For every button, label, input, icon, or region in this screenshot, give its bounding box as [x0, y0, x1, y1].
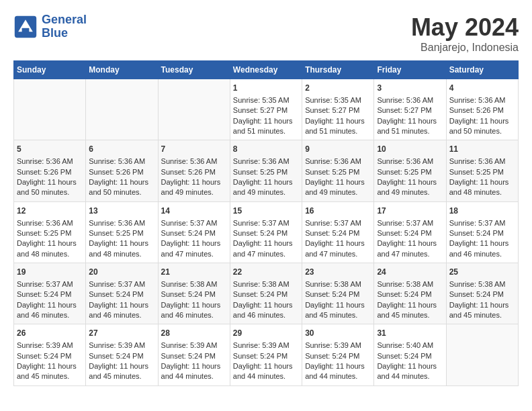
calendar-cell: 2Sunrise: 5:35 AMSunset: 5:27 PMDaylight…	[302, 79, 374, 140]
day-number: 5	[17, 144, 83, 155]
day-detail: Sunset: 5:24 PM	[305, 228, 371, 238]
day-detail: Sunrise: 5:35 AM	[233, 95, 299, 105]
calendar-cell: 8Sunrise: 5:36 AMSunset: 5:25 PMDaylight…	[230, 140, 302, 201]
day-number: 22	[233, 267, 299, 278]
day-detail: Sunrise: 5:35 AM	[305, 95, 371, 105]
day-detail: Daylight: 11 hours	[17, 300, 83, 310]
calendar-cell: 11Sunrise: 5:36 AMSunset: 5:25 PMDayligh…	[446, 140, 518, 201]
day-number: 20	[89, 267, 154, 278]
day-number: 8	[233, 144, 299, 155]
day-number: 4	[449, 83, 515, 94]
day-detail: Sunset: 5:24 PM	[161, 228, 227, 238]
day-detail: Daylight: 11 hours	[89, 238, 154, 248]
calendar-week-4: 19Sunrise: 5:37 AMSunset: 5:24 PMDayligh…	[14, 263, 519, 324]
day-detail: Sunset: 5:24 PM	[305, 289, 371, 300]
day-detail: Sunset: 5:24 PM	[377, 289, 443, 300]
day-detail: Sunrise: 5:36 AM	[233, 156, 299, 167]
day-detail: Sunrise: 5:37 AM	[305, 218, 371, 228]
day-detail: Sunset: 5:24 PM	[449, 289, 515, 300]
day-detail: Daylight: 11 hours	[161, 300, 227, 310]
day-number: 21	[161, 267, 227, 278]
day-detail: Daylight: 11 hours	[305, 116, 371, 126]
day-number: 30	[305, 328, 371, 339]
day-detail: and 46 minutes.	[89, 310, 154, 320]
day-detail: Daylight: 11 hours	[17, 177, 83, 187]
calendar-cell: 25Sunrise: 5:38 AMSunset: 5:24 PMDayligh…	[446, 263, 518, 324]
location-title: Banjarejo, Indonesia	[411, 42, 519, 54]
day-number: 6	[89, 144, 154, 155]
day-number: 2	[305, 83, 371, 94]
day-detail: Sunrise: 5:37 AM	[89, 279, 154, 289]
calendar-cell	[446, 324, 518, 385]
day-detail: Daylight: 11 hours	[449, 116, 515, 126]
day-detail: Sunrise: 5:36 AM	[17, 218, 83, 228]
calendar-cell: 5Sunrise: 5:36 AMSunset: 5:26 PMDaylight…	[14, 140, 86, 201]
day-detail: Sunrise: 5:36 AM	[17, 156, 83, 167]
day-detail: Sunset: 5:25 PM	[305, 167, 371, 177]
day-number: 3	[377, 83, 443, 94]
day-detail: Sunrise: 5:36 AM	[161, 156, 227, 167]
calendar-header-row: SundayMondayTuesdayWednesdayThursdayFrid…	[14, 61, 519, 79]
day-detail: Sunrise: 5:39 AM	[305, 340, 371, 351]
calendar-cell: 21Sunrise: 5:38 AMSunset: 5:24 PMDayligh…	[158, 263, 230, 324]
day-detail: Sunrise: 5:36 AM	[89, 218, 154, 228]
day-detail: and 45 minutes.	[377, 310, 443, 320]
day-detail: Daylight: 11 hours	[377, 300, 443, 310]
day-detail: Sunrise: 5:37 AM	[233, 218, 299, 228]
day-detail: Sunset: 5:24 PM	[449, 228, 515, 238]
day-detail: Sunrise: 5:36 AM	[377, 95, 443, 105]
calendar-cell: 15Sunrise: 5:37 AMSunset: 5:24 PMDayligh…	[230, 201, 302, 263]
day-number: 15	[233, 205, 299, 217]
day-number: 26	[17, 328, 83, 339]
day-detail: Daylight: 11 hours	[305, 300, 371, 310]
day-header-friday: Friday	[374, 61, 446, 79]
calendar-cell: 13Sunrise: 5:36 AMSunset: 5:25 PMDayligh…	[86, 201, 158, 263]
day-number: 7	[161, 144, 227, 155]
calendar-cell	[14, 79, 86, 140]
day-detail: and 50 minutes.	[17, 187, 83, 197]
day-detail: Sunrise: 5:39 AM	[17, 340, 83, 351]
day-detail: Sunset: 5:25 PM	[233, 167, 299, 177]
day-detail: Daylight: 11 hours	[377, 116, 443, 126]
day-detail: Sunset: 5:24 PM	[305, 351, 371, 361]
calendar-week-5: 26Sunrise: 5:39 AMSunset: 5:24 PMDayligh…	[14, 324, 519, 385]
day-detail: Sunset: 5:24 PM	[89, 289, 154, 300]
day-detail: Sunset: 5:25 PM	[377, 167, 443, 177]
day-detail: and 44 minutes.	[233, 371, 299, 381]
page-header: General Blue May 2024 Banjarejo, Indones…	[13, 13, 519, 54]
day-detail: Daylight: 11 hours	[233, 238, 299, 248]
day-detail: and 47 minutes.	[377, 249, 443, 259]
day-detail: and 45 minutes.	[305, 310, 371, 320]
month-year-title: May 2024	[411, 13, 519, 42]
calendar-cell: 23Sunrise: 5:38 AMSunset: 5:24 PMDayligh…	[302, 263, 374, 324]
day-detail: Sunrise: 5:37 AM	[161, 218, 227, 228]
day-detail: and 48 minutes.	[89, 249, 154, 259]
calendar-cell: 31Sunrise: 5:40 AMSunset: 5:24 PMDayligh…	[374, 324, 446, 385]
day-detail: and 49 minutes.	[377, 187, 443, 197]
day-number: 31	[377, 328, 443, 339]
day-detail: Sunset: 5:27 PM	[377, 105, 443, 116]
day-detail: Sunset: 5:24 PM	[17, 351, 83, 361]
day-detail: Daylight: 11 hours	[377, 238, 443, 248]
day-number: 18	[449, 205, 515, 217]
calendar-week-1: 1Sunrise: 5:35 AMSunset: 5:27 PMDaylight…	[14, 79, 519, 140]
calendar-cell	[158, 79, 230, 140]
calendar-cell: 16Sunrise: 5:37 AMSunset: 5:24 PMDayligh…	[302, 201, 374, 263]
calendar-week-2: 5Sunrise: 5:36 AMSunset: 5:26 PMDaylight…	[14, 140, 519, 201]
day-detail: Sunrise: 5:36 AM	[449, 156, 515, 167]
day-number: 10	[377, 144, 443, 155]
day-detail: Sunset: 5:25 PM	[89, 228, 154, 238]
day-detail: and 47 minutes.	[305, 249, 371, 259]
day-detail: Sunrise: 5:39 AM	[233, 340, 299, 351]
title-block: May 2024 Banjarejo, Indonesia	[411, 13, 519, 54]
day-detail: and 48 minutes.	[449, 187, 515, 197]
day-detail: Sunset: 5:24 PM	[161, 289, 227, 300]
calendar-cell: 27Sunrise: 5:39 AMSunset: 5:24 PMDayligh…	[86, 324, 158, 385]
day-detail: Sunset: 5:24 PM	[233, 228, 299, 238]
logo-icon	[13, 15, 38, 39]
day-number: 9	[305, 144, 371, 155]
day-detail: Sunset: 5:24 PM	[233, 289, 299, 300]
day-detail: Sunset: 5:26 PM	[161, 167, 227, 177]
day-number: 11	[449, 144, 515, 155]
day-detail: and 46 minutes.	[17, 310, 83, 320]
